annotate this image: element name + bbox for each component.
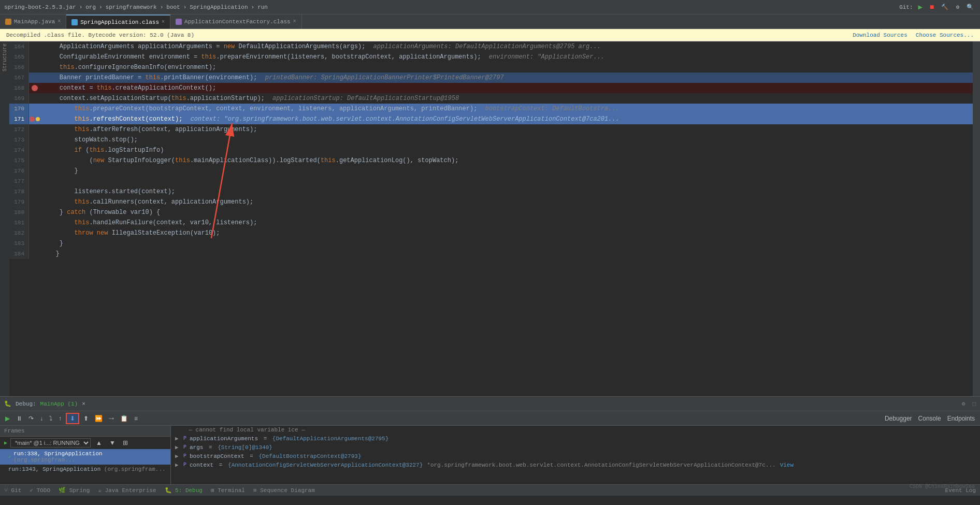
maximize-debug-icon[interactable]: ⬚ [972,400,976,407]
download-sources-link[interactable]: Download Sources [853,32,907,38]
thread-filter-button[interactable]: ⊞ [121,438,130,448]
debug-panel: 🐛 Debug: MainApp (1) × ⚙ ⬚ ▶ ⏸ ↷ ↓ ⤵ ↑ ⬇… [0,396,980,484]
structure-label: Structure [2,44,8,71]
download-btn[interactable]: ⬇ [70,415,75,422]
code-line-170: 170 this.prepareContext(bootstrapContext… [9,104,973,114]
code-line-184: 184 } [9,249,973,259]
java-icon [5,19,11,25]
trace-button[interactable]: ≡ [132,414,140,423]
code-line-167: 167 Banner printedBanner = this.printBan… [9,73,973,83]
var-item-bootstrap[interactable]: ▶ P bootstrapContext = {DefaultBootstrap… [171,452,980,460]
close-tab-factory[interactable]: × [293,19,296,24]
code-panel[interactable]: 164 ApplicationArguments applicationArgu… [9,41,973,396]
tab-label: MainApp.java [14,19,55,25]
close-tab-main[interactable]: × [57,19,61,24]
debugger-tab[interactable]: Debugger [883,414,914,423]
var-item-appargs[interactable]: ▶ P applicationArguments = {DefaultAppli… [171,434,980,443]
close-tab-spring[interactable]: × [162,19,165,25]
banner-links: Download Sources Choose Sources... [853,32,974,38]
checkmark-icon: ✓ [8,454,11,460]
stop-button[interactable]: ■ [928,2,936,12]
status-java-enterprise[interactable]: ☕ Java Enterprise [98,487,156,494]
debug-toolbar: ▶ ⏸ ↷ ↓ ⤵ ↑ ⬇ ⬆ ⏩ ⤏ 📋 ≡ Debugger Console… [0,411,980,426]
debug-label: Debug: [16,401,36,407]
run-button[interactable]: ▶ [916,2,925,12]
breadcrumb-class: SpringApplication [190,4,248,10]
code-line-168: 168 context = this.createApplicationCont… [9,83,973,93]
settings-debug-icon[interactable]: ⚙ [962,400,965,407]
thread-down-button[interactable]: ▼ [107,438,118,448]
editor-area: Structure 164 ApplicationArguments appli… [0,41,980,396]
frame-item-0[interactable]: ✓ run:338, SpringApplication (org.spring… [0,449,170,465]
settings-icon[interactable]: ⚙ [954,3,961,11]
build-button[interactable]: 🔨 [939,3,950,11]
file-tabs: MainApp.java × SpringApplication.class ×… [0,15,980,29]
upload-button[interactable]: ⬆ [81,414,91,423]
git-label: Git: [899,4,913,10]
decompile-text: Decompiled .class file. Bytecode version… [6,32,194,38]
code-line-172: 172 this.afterRefresh(context, applicati… [9,124,973,135]
tab-app-context-factory[interactable]: ApplicationContextFactory.class × [170,15,302,28]
code-line-180: 180 } catch (Throwable var10) { [9,207,973,218]
code-line-183: 183 } [9,238,973,249]
download-button-highlight[interactable]: ⬇ [66,413,79,424]
close-debug-tab[interactable]: × [82,401,85,407]
breakpoint-168[interactable] [32,85,38,91]
right-gutter [973,41,980,396]
var-type-icon-bootstrap: P [183,453,186,459]
search-button[interactable]: 🔍 [964,3,976,11]
code-line-175: 175 (new StartupInfoLogger(this.mainAppl… [9,155,973,166]
tab-main-app[interactable]: MainApp.java × [0,15,66,28]
run-to-cursor-button[interactable]: ⤏ [107,414,116,423]
thread-status-icon: ▶ [4,440,7,446]
status-debug[interactable]: 🐛 5: Debug [165,487,203,494]
tab-label-spring: SpringApplication.class [80,19,159,25]
smart-step-button[interactable]: ⏩ [93,414,105,423]
current-line-indicator [36,117,40,121]
console-tab[interactable]: Console [916,414,943,423]
tab-label-factory: ApplicationContextFactory.class [184,19,291,25]
code-line-174: 174 if (this.logStartupInfo) [9,145,973,155]
status-terminal[interactable]: ⊞ Terminal [211,487,245,494]
event-log[interactable]: Event Log [945,487,976,494]
choose-sources-link[interactable]: Choose Sources... [916,32,974,38]
thread-selector[interactable]: *main* @1 i...: RUNNING [10,438,91,448]
status-bar: ⑂ Git ✓ TODO 🌿 Spring ☕ Java Enterprise … [0,484,980,496]
step-out-button[interactable]: ↑ [56,414,64,423]
pause-button[interactable]: ⏸ [14,414,24,423]
code-line-178: 178 listeners.started(context); [9,186,973,197]
var-view-link[interactable]: View [780,462,794,468]
code-line-164: 164 ApplicationArguments applicationArgu… [9,41,973,52]
endpoints-tab[interactable]: Endpoints [945,414,977,423]
breakpoint-171[interactable] [30,117,35,122]
var-type-icon-context: P [183,462,186,468]
status-spring[interactable]: 🌿 Spring [59,487,90,494]
debug-tab-icon: 🐛 [4,400,11,407]
thread-up-button[interactable]: ▲ [94,438,104,448]
status-todo[interactable]: ✓ TODO [30,487,50,494]
var-warning: — cannot find local variable ice — [171,426,980,434]
code-line-173: 173 stopWatch.stop(); [9,135,973,145]
decompile-banner: Decompiled .class file. Bytecode version… [0,29,980,41]
project-label: spring-boot-2.5.3.jar [4,4,76,10]
evaluate-button[interactable]: 📋 [118,414,130,423]
force-step-into-button[interactable]: ⤵ [47,414,54,423]
breadcrumb-run: run [257,4,268,10]
var-item-args[interactable]: ▶ P args = {String[0]@1340} [171,443,980,452]
top-toolbar: spring-boot-2.5.3.jar › org › springfram… [0,0,980,15]
left-sidebar: Structure [0,41,9,396]
frame-item-1[interactable]: run:1343, SpringApplication (org.springf… [0,465,170,474]
var-context-detail: *org.springframework.boot.web.servlet.co… [427,462,775,468]
frames-panel: Frames ▶ *main* @1 i...: RUNNING ▲ ▼ ⊞ ✓… [0,426,171,484]
var-item-context[interactable]: ▶ P context = {AnnotationConfigServletWe… [171,460,980,469]
debug-tab-bar: 🐛 Debug: MainApp (1) × ⚙ ⬚ [0,397,980,411]
step-over-button[interactable]: ↷ [26,414,36,423]
frame-label-1: run:1343, SpringApplication (org.springf… [8,466,166,472]
tab-spring-application[interactable]: SpringApplication.class × [66,15,170,28]
code-line-182: 182 throw new IllegalStateException(var1… [9,228,973,238]
status-sequence[interactable]: ≋ Sequence Diagram [253,487,315,494]
status-git[interactable]: ⑂ Git [4,487,21,494]
debug-content: Frames ▶ *main* @1 i...: RUNNING ▲ ▼ ⊞ ✓… [0,426,980,484]
resume-button[interactable]: ▶ [3,414,12,423]
step-into-button[interactable]: ↓ [38,414,45,423]
